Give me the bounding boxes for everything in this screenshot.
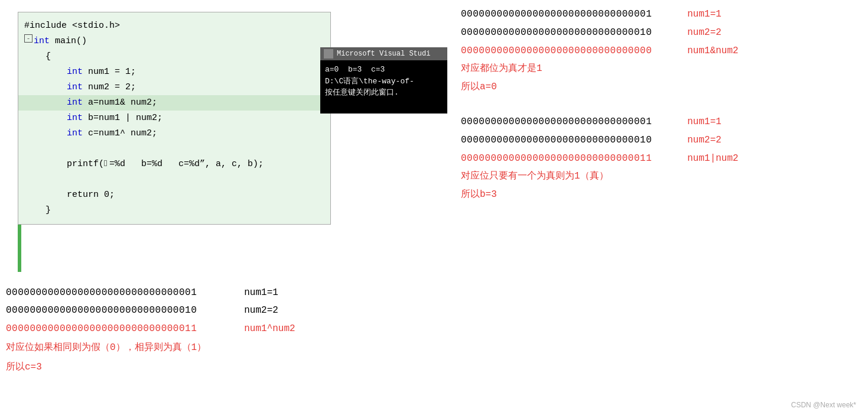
bottom-binary-2: 00000000000000000000000000000010	[6, 301, 197, 319]
binary-val-4: 00000000000000000000000000000010	[461, 132, 652, 149]
binary-row-1: 00000000000000000000000000000001 num1=1	[461, 6, 863, 23]
code-line-5: int num2 = 2;	[18, 80, 330, 95]
code-text	[24, 96, 67, 110]
code-line-8: int c=num1^ num2;	[18, 126, 330, 141]
code-text: b=num1 | num2;	[83, 111, 162, 125]
keyword-int: int	[67, 96, 83, 110]
label-num2-1: num2=2	[687, 24, 758, 41]
binary-row-6: 00000000000000000000000000000011 num1|nu…	[461, 150, 863, 167]
section-and: 00000000000000000000000000000001 num1=1 …	[461, 6, 863, 96]
bottom-row-3: 00000000000000000000000000000011 num1^nu…	[6, 320, 449, 338]
binary-val-1: 00000000000000000000000000000001	[461, 6, 652, 23]
terminal-icon	[324, 49, 333, 59]
keyword-int: int	[67, 80, 83, 95]
bottom-panel: 00000000000000000000000000000001 num1=1 …	[6, 284, 449, 376]
explain-or-1: 对应位只要有一个为真则为1（真）	[461, 168, 863, 185]
explain-or-2: 所以b=3	[461, 186, 863, 203]
terminal-line-2: D:\C语言\the-way-of-	[325, 76, 443, 87]
code-line-4: int num1 = 1;	[18, 64, 330, 80]
watermark: CSDN @Next week*	[791, 401, 856, 409]
terminal-body: a=0 b=3 c=3 D:\C语言\the-way-of- 按任意键关闭此窗口…	[320, 60, 447, 114]
code-line-12: return 0;	[18, 187, 330, 203]
code-text: }	[24, 203, 51, 218]
code-text	[24, 65, 67, 79]
binary-row-5: 00000000000000000000000000000010 num2=2	[461, 132, 863, 149]
code-editor: #include <stdio.h> -int main() { int num…	[18, 12, 331, 225]
code-line-3: {	[18, 49, 330, 64]
code-text	[24, 111, 67, 125]
binary-val-2: 00000000000000000000000000000010	[461, 24, 652, 41]
terminal-line-3: 按任意键关闭此窗口.	[325, 87, 443, 99]
bottom-binary-3: 00000000000000000000000000000011	[6, 320, 197, 338]
code-text: {	[24, 50, 51, 64]
code-line-10: printf(𠇊=%d b=%d c=%d”, a, c, b);	[18, 157, 330, 172]
explain-and-2: 所以a=0	[461, 79, 863, 96]
section-or: 00000000000000000000000000000001 num1=1 …	[461, 114, 863, 203]
bottom-explain-1: 对应位如果相同则为假（0），相异则为真（1）	[6, 339, 449, 356]
bottom-row-2: 00000000000000000000000000000010 num2=2	[6, 301, 449, 319]
code-text: return 0;	[24, 188, 115, 202]
code-line-9	[18, 141, 330, 157]
binary-row-2: 00000000000000000000000000000010 num2=2	[461, 24, 863, 41]
bottom-label-2: num2=2	[244, 301, 278, 319]
right-panel: 00000000000000000000000000000001 num1=1 …	[461, 6, 863, 221]
terminal-window: Microsoft Visual Studi a=0 b=3 c=3 D:\C语…	[320, 47, 447, 114]
code-line-7: int b=num1 | num2;	[18, 111, 330, 126]
bottom-row-1: 00000000000000000000000000000001 num1=1	[6, 284, 449, 301]
bottom-label-1: num1=1	[244, 284, 278, 301]
code-text: printf(𠇊=%d b=%d c=%d”, a, c, b);	[24, 157, 264, 171]
binary-result-or: 00000000000000000000000000000011	[461, 150, 652, 167]
code-line-13: }	[18, 203, 330, 218]
code-line-6: int a=num1& num2;	[18, 95, 330, 111]
code-text: a=num1& num2;	[83, 96, 157, 110]
explain-and-1: 对应都位为真才是1	[461, 60, 863, 77]
code-text	[24, 80, 67, 95]
binary-row-3: 00000000000000000000000000000000 num1&nu…	[461, 43, 863, 60]
keyword-int: int	[67, 127, 83, 141]
minus-icon[interactable]: -	[24, 34, 32, 43]
label-or: num1|num2	[687, 150, 758, 167]
keyword-int: int	[67, 111, 83, 125]
binary-row-4: 00000000000000000000000000000001 num1=1	[461, 114, 863, 131]
code-line-1: #include <stdio.h>	[18, 18, 330, 34]
code-text: #include <stdio.h>	[24, 19, 120, 33]
label-num2-2: num2=2	[687, 132, 758, 149]
bottom-binary-1: 00000000000000000000000000000001	[6, 284, 197, 301]
terminal-line-1: a=0 b=3 c=3	[325, 64, 443, 76]
label-num1-2: num1=1	[687, 114, 758, 131]
bottom-explain-2: 所以c=3	[6, 358, 449, 376]
code-text: num2 = 2;	[83, 80, 136, 95]
terminal-title: Microsoft Visual Studi	[337, 50, 430, 58]
code-text	[24, 127, 67, 141]
terminal-titlebar: Microsoft Visual Studi	[320, 47, 447, 60]
code-text: main()	[50, 34, 87, 48]
code-text: num1 = 1;	[83, 65, 136, 79]
keyword-int: int	[67, 65, 83, 79]
code-text: c=num1^ num2;	[83, 127, 157, 141]
binary-result-and: 00000000000000000000000000000000	[461, 43, 652, 60]
bottom-label-3: num1^num2	[244, 320, 295, 338]
binary-val-3: 00000000000000000000000000000001	[461, 114, 652, 131]
code-line-2: -int main()	[18, 34, 330, 49]
code-line-11	[18, 172, 330, 187]
label-and: num1&num2	[687, 43, 758, 60]
keyword-int: int	[34, 34, 50, 48]
label-num1-1: num1=1	[687, 6, 758, 23]
